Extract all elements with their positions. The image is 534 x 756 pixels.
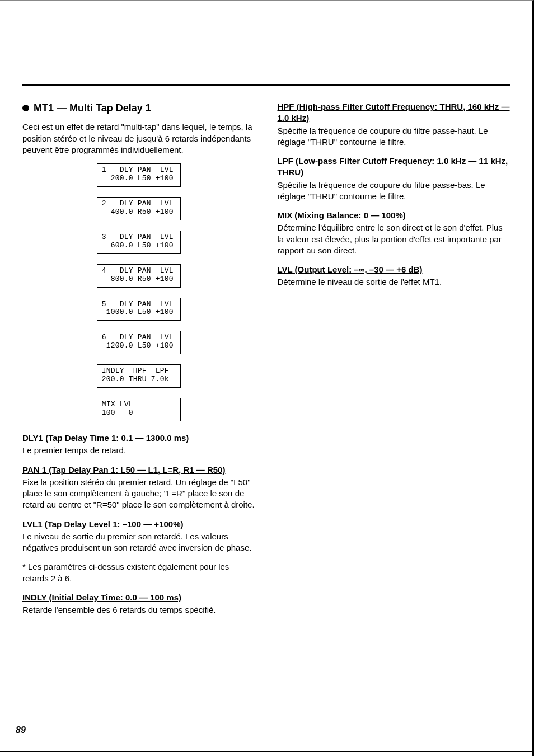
- intro-paragraph: Ceci est un effet de retard "multi-tap" …: [22, 121, 255, 156]
- param-heading: LVL1 (Tap Delay Level 1: –100 — +100%): [22, 519, 255, 530]
- param-body: Détermine le niveau de sortie de l'effet…: [278, 276, 510, 288]
- param-body: Spécifie la fréquence de coupure du filt…: [278, 125, 510, 148]
- param-heading: DLY1 (Tap Delay Time 1: 0.1 — 1300.0 ms): [22, 433, 255, 444]
- param-heading: MIX (Mixing Balance: 0 — 100%): [278, 210, 510, 221]
- lcd-box: 5 DLY PAN LVL 1000.0 L50 +100: [97, 298, 181, 321]
- lcd-box: INDLY HPF LPF 200.0 THRU 7.0k: [97, 364, 181, 388]
- param-body: Spécifie la fréquence de coupure du filt…: [278, 180, 510, 203]
- param-hpf: HPF (High-pass Filter Cutoff Frequency: …: [278, 101, 510, 148]
- param-body: Le niveau de sortie du premier son retar…: [22, 531, 255, 554]
- param-lpf: LPF (Low-pass Filter Cutoff Frequency: 1…: [278, 156, 510, 202]
- right-column: HPF (High-pass Filter Cutoff Frequency: …: [278, 97, 510, 623]
- param-heading: INDLY (Initial Delay Time: 0.0 — 100 ms): [22, 592, 255, 603]
- param-indly: INDLY (Initial Delay Time: 0.0 — 100 ms)…: [22, 592, 255, 616]
- param-dly1: DLY1 (Tap Delay Time 1: 0.1 — 1300.0 ms)…: [22, 433, 255, 457]
- param-body: Fixe la position stéréo du premier retar…: [22, 477, 255, 511]
- document-page: MT1 — Multi Tap Delay 1 Ceci est un effe…: [0, 0, 534, 756]
- bullet-icon: [22, 105, 29, 111]
- param-pan1: PAN 1 (Tap Delay Pan 1: L50 — L1, L=R, R…: [22, 464, 255, 511]
- lcd-box: 3 DLY PAN LVL 600.0 L50 +100: [97, 231, 181, 254]
- lcd-box: 1 DLY PAN LVL 200.0 L50 +100: [97, 163, 181, 187]
- bottom-divider: [0, 751, 532, 752]
- param-body: Détermine l'équilibre entre le son direc…: [278, 222, 510, 256]
- two-column-layout: MT1 — Multi Tap Delay 1 Ceci est un effe…: [22, 97, 510, 623]
- footnote: * Les paramètres ci-dessus existent égal…: [22, 561, 255, 584]
- param-mix: MIX (Mixing Balance: 0 — 100%) Détermine…: [278, 210, 510, 256]
- param-heading: LVL (Output Level: –∞, –30 — +6 dB): [278, 264, 510, 275]
- lcd-box: 4 DLY PAN LVL 800.0 R50 +100: [97, 264, 181, 288]
- param-lvl1: LVL1 (Tap Delay Level 1: –100 — +100%) L…: [22, 519, 255, 554]
- param-body: Le premier temps de retard.: [22, 445, 255, 456]
- lcd-box-stack: 1 DLY PAN LVL 200.0 L50 +100 2 DLY PAN L…: [22, 163, 255, 421]
- lcd-box: 2 DLY PAN LVL 400.0 R50 +100: [97, 197, 181, 220]
- param-heading: LPF (Low-pass Filter Cutoff Frequency: 1…: [278, 156, 510, 179]
- heading-text: MT1 — Multi Tap Delay 1: [34, 101, 151, 115]
- page-number: 89: [16, 724, 26, 736]
- param-heading: PAN 1 (Tap Delay Pan 1: L50 — L1, L=R, R…: [22, 464, 255, 476]
- param-heading: HPF (High-pass Filter Cutoff Frequency: …: [278, 101, 510, 124]
- lcd-box: 6 DLY PAN LVL 1200.0 L50 +100: [97, 331, 181, 354]
- section-heading: MT1 — Multi Tap Delay 1: [22, 101, 255, 115]
- param-body: Retarde l'ensemble des 6 retards du temp…: [22, 604, 255, 616]
- top-divider: [22, 84, 510, 86]
- lcd-box: MIX LVL 100 0: [97, 398, 181, 421]
- param-lvl: LVL (Output Level: –∞, –30 — +6 dB) Déte…: [278, 264, 510, 288]
- left-column: MT1 — Multi Tap Delay 1 Ceci est un effe…: [22, 97, 255, 623]
